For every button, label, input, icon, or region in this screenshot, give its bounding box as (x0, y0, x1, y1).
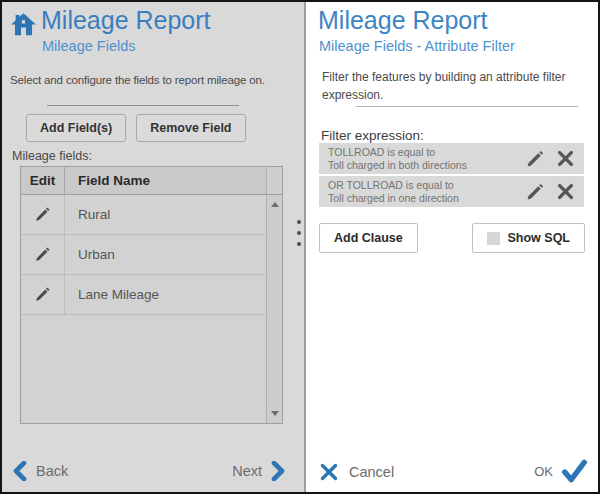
clause-line1: TOLLROAD is equal to (328, 146, 525, 159)
back-button[interactable]: Back (12, 461, 68, 481)
home-icon (10, 11, 37, 38)
next-label: Next (232, 463, 262, 479)
table-row[interactable]: Rural (21, 195, 282, 235)
clause-action-bar: Add Clause Show SQL (319, 223, 585, 253)
table-scrollbar[interactable] (266, 195, 282, 423)
clause-line2: Toll charged in one direction (328, 192, 525, 205)
show-sql-toggle[interactable]: Show SQL (472, 223, 586, 253)
filter-expression-label: Filter expression: (321, 128, 424, 143)
scroll-up-icon[interactable] (271, 202, 279, 207)
back-label: Back (36, 463, 68, 479)
page-title: Mileage Report (318, 6, 488, 35)
cancel-label: Cancel (349, 464, 394, 480)
ok-button[interactable]: OK (534, 458, 588, 484)
mileage-fields-panel: Mileage Report Mileage Fields Select and… (2, 2, 306, 492)
show-sql-label: Show SQL (508, 231, 571, 245)
edit-cell[interactable] (21, 275, 65, 314)
clause-actions (525, 149, 574, 169)
pencil-icon (525, 149, 545, 169)
cancel-button[interactable]: Cancel (320, 463, 394, 481)
cancel-x-icon (320, 463, 338, 481)
clause-line1: OR TOLLROAD is equal to (328, 179, 525, 192)
checkbox-icon (487, 232, 500, 245)
chevron-right-icon (271, 461, 286, 481)
page-subtitle: Mileage Fields (42, 38, 136, 54)
filter-clause: OR TOLLROAD is equal to Toll charged in … (319, 176, 584, 207)
panel-description: Select and configure the fields to repor… (10, 74, 265, 86)
field-actions: Add Field(s) Remove Field (26, 114, 246, 142)
chevron-left-icon (12, 461, 27, 481)
filter-clause: TOLLROAD is equal to Toll charged in bot… (319, 143, 584, 174)
field-name-cell: Rural (65, 207, 282, 222)
page-title: Mileage Report (41, 6, 211, 35)
filter-clause-list: TOLLROAD is equal to Toll charged in bot… (319, 143, 584, 209)
table-header: Edit Field Name (21, 167, 282, 195)
remove-clause-button[interactable] (557, 183, 574, 200)
header-scroll-gutter (266, 167, 282, 194)
pencil-icon (34, 206, 51, 223)
edit-cell[interactable] (21, 195, 65, 234)
attribute-filter-panel: Mileage Report Mileage Fields - Attribut… (306, 2, 598, 492)
close-icon (557, 150, 574, 167)
pencil-icon (525, 182, 545, 202)
remove-clause-button[interactable] (557, 150, 574, 167)
page-subtitle: Mileage Fields - Attribute Filter (319, 38, 515, 54)
close-icon (557, 183, 574, 200)
pencil-icon (34, 246, 51, 263)
panel-description: Filter the features by building an attri… (322, 68, 594, 104)
mileage-fields-label: Mileage fields: (12, 149, 92, 163)
edit-cell[interactable] (21, 235, 65, 274)
check-icon (561, 458, 588, 484)
divider (356, 106, 578, 107)
clause-text: TOLLROAD is equal to Toll charged in bot… (328, 146, 525, 172)
ok-label: OK (534, 464, 553, 479)
clause-actions (525, 182, 574, 202)
edit-clause-button[interactable] (525, 149, 545, 169)
table-row[interactable]: Urban (21, 235, 282, 275)
clause-line2: Toll charged in both directions (328, 159, 525, 172)
column-header-edit: Edit (21, 167, 65, 194)
table-row[interactable]: Lane Mileage (21, 275, 282, 315)
add-clause-button[interactable]: Add Clause (319, 223, 418, 253)
add-fields-button[interactable]: Add Field(s) (26, 114, 126, 142)
clause-text: OR TOLLROAD is equal to Toll charged in … (328, 179, 525, 205)
pencil-icon (34, 286, 51, 303)
field-name-cell: Lane Mileage (65, 287, 282, 302)
edit-clause-button[interactable] (525, 182, 545, 202)
panel-splitter-handle[interactable] (297, 220, 301, 246)
column-header-field-name: Field Name (65, 173, 266, 188)
next-button[interactable]: Next (232, 461, 286, 481)
scroll-down-icon[interactable] (271, 411, 279, 416)
mileage-fields-table: Edit Field Name Rural (20, 166, 283, 424)
field-name-cell: Urban (65, 247, 282, 262)
mileage-report-dialog: Mileage Report Mileage Fields Select and… (0, 0, 600, 494)
remove-field-button[interactable]: Remove Field (136, 114, 245, 142)
divider (47, 105, 239, 106)
